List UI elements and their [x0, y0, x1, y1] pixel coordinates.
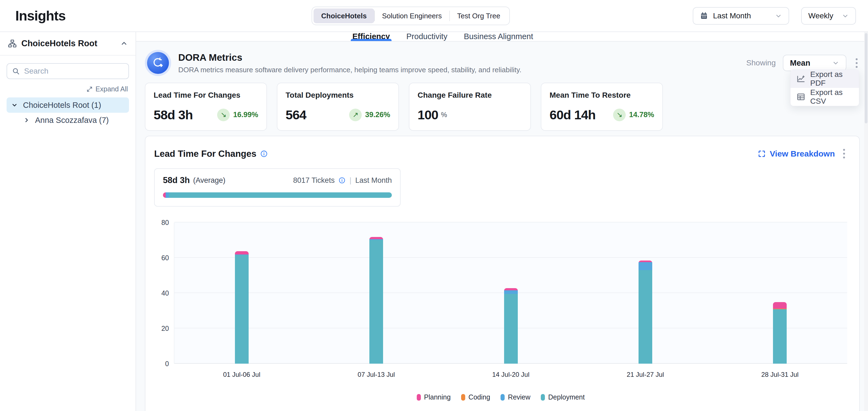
table-icon [797, 93, 805, 101]
org-tab-label: ChoiceHotels [321, 12, 367, 20]
expand-all-button[interactable]: Expand All [0, 85, 128, 93]
section-title: Lead Time For Changes [154, 148, 256, 159]
org-tree-sidebar: ChoiceHotels Root Expand All [0, 32, 136, 411]
vertical-scrollbar[interactable] [864, 32, 868, 411]
search-input[interactable] [24, 67, 123, 75]
chevron-right-icon[interactable] [23, 116, 30, 124]
metric-cards: Lead Time For Changes 58d 3h ↘ 16.99% To… [145, 83, 860, 131]
bar-segment-planning [369, 237, 383, 239]
content-area: DORA Metrics DORA metrics measure softwa… [136, 42, 868, 411]
export-pdf-item[interactable]: Export as PDF [790, 70, 859, 88]
card-value: 58d 3h [154, 107, 193, 122]
org-tab-label: Test Org Tree [457, 12, 500, 20]
tree-item-root[interactable]: ChoiceHotels Root (1) [7, 97, 129, 113]
scrollbar-thumb[interactable] [865, 33, 867, 124]
bar-segment-deployment [369, 240, 383, 364]
chevron-up-icon[interactable] [120, 40, 128, 47]
sidebar-header[interactable]: ChoiceHotels Root [0, 32, 135, 56]
legend-item-coding[interactable]: Coding [461, 393, 490, 401]
stacked-bar[interactable] [504, 288, 518, 364]
bar-segment-planning [773, 302, 787, 309]
tree-item-label: Anna Scozzafava (7) [35, 116, 109, 125]
tab-efficiency[interactable]: Efficiency [352, 32, 390, 41]
date-range-value: Last Month [713, 11, 751, 20]
org-segmented-control: ChoiceHotels Solution Engineers Test Org… [312, 7, 510, 25]
trend-percent: 14.78% [629, 110, 654, 119]
legend-item-planning[interactable]: Planning [417, 393, 451, 401]
dora-cycle-icon [145, 50, 171, 76]
info-icon[interactable] [260, 150, 268, 158]
card-title: Mean Time To Restore [550, 91, 654, 100]
page-title: Insights [16, 8, 66, 24]
bar-segment-deployment [773, 309, 787, 364]
expand-corners-icon [758, 150, 766, 158]
bar-segment-deployment [235, 255, 249, 364]
card-title: Total Deployments [286, 91, 390, 100]
chart-plot: 01 Jul-06 Jul07 Jul-13 Jul14 Jul-20 Jul2… [174, 222, 847, 364]
info-icon[interactable] [338, 177, 346, 184]
trend-down-icon: ↘ [613, 109, 626, 121]
dora-kebab-menu-button[interactable] [854, 56, 860, 71]
expand-arrows-icon [86, 86, 93, 93]
org-tab-choicehotels[interactable]: ChoiceHotels [313, 8, 374, 23]
sidebar-search[interactable] [7, 63, 129, 79]
menu-item-label: Export as CSV [810, 88, 853, 106]
card-value: 100 [417, 107, 438, 122]
progress-segment-review [166, 192, 169, 198]
tree-item-anna-scozzafava[interactable]: Anna Scozzafava (7) [19, 113, 129, 128]
bar-segment-deployment [504, 294, 518, 364]
org-tab-test-org-tree[interactable]: Test Org Tree [450, 8, 508, 23]
stacked-bar[interactable] [773, 302, 787, 364]
bar-segment-review [504, 290, 518, 294]
granularity-select[interactable]: Weekly [801, 7, 856, 25]
search-icon [12, 67, 20, 75]
chevron-down-icon[interactable] [11, 102, 18, 109]
x-tick-label: 21 Jul-27 Jul [627, 371, 664, 378]
card-value: 564 [286, 107, 306, 122]
average-value: 58d 3h [163, 175, 190, 185]
period-label: Last Month [355, 176, 392, 185]
granularity-value: Weekly [808, 11, 833, 20]
chevron-down-icon [842, 12, 849, 20]
org-tab-solution-engineers[interactable]: Solution Engineers [374, 8, 450, 23]
dora-header: DORA Metrics DORA metrics measure softwa… [145, 47, 860, 79]
progress-segment-planning [163, 192, 166, 198]
date-range-select[interactable]: Last Month [693, 7, 789, 25]
view-breakdown-button[interactable]: View Breakdown [758, 149, 835, 159]
average-summary-card: 58d 3h (Average) 8017 Tickets [154, 168, 401, 207]
view-breakdown-label: View Breakdown [770, 149, 835, 159]
lead-time-chart: 020406080 01 Jul-06 Jul07 Jul-13 Jul14 J… [154, 222, 847, 364]
tab-label: Efficiency [352, 32, 390, 41]
dora-title: DORA Metrics [178, 52, 521, 63]
bar-segment-review [639, 262, 652, 270]
tab-productivity[interactable]: Productivity [406, 32, 447, 41]
chart-y-axis: 020406080 [154, 222, 174, 364]
trend-percent: 16.99% [233, 110, 258, 119]
bar-segment-planning [504, 288, 518, 290]
stacked-bar[interactable] [369, 237, 383, 364]
showing-select[interactable]: Mean [783, 55, 846, 71]
expand-all-label: Expand All [96, 85, 128, 93]
separator: | [349, 176, 351, 185]
y-tick-label: 80 [161, 219, 169, 227]
export-csv-item[interactable]: Export as CSV [790, 88, 859, 106]
tab-label: Productivity [406, 32, 447, 41]
chevron-down-icon [775, 12, 782, 20]
sidebar-root-label: ChoiceHotels Root [21, 39, 97, 48]
showing-value: Mean [790, 59, 810, 68]
trend-up-icon: ↗ [349, 109, 362, 121]
card-title: Change Failure Rate [417, 91, 522, 100]
legend-item-deployment[interactable]: Deployment [541, 393, 585, 401]
legend-item-review[interactable]: Review [500, 393, 530, 401]
tab-business-alignment[interactable]: Business Alignment [464, 32, 533, 41]
menu-item-label: Export as PDF [810, 70, 853, 88]
x-tick-label: 28 Jul-31 Jul [761, 371, 799, 378]
legend-swatch [417, 394, 421, 401]
section-kebab-menu-button[interactable] [841, 146, 847, 161]
stacked-bar[interactable] [235, 251, 249, 364]
legend-swatch [500, 394, 505, 401]
card-change-failure-rate: Change Failure Rate 100 % [409, 83, 531, 131]
stacked-bar[interactable] [639, 261, 652, 364]
x-tick-label: 14 Jul-20 Jul [492, 371, 529, 378]
bar-segment-deployment [639, 270, 652, 364]
